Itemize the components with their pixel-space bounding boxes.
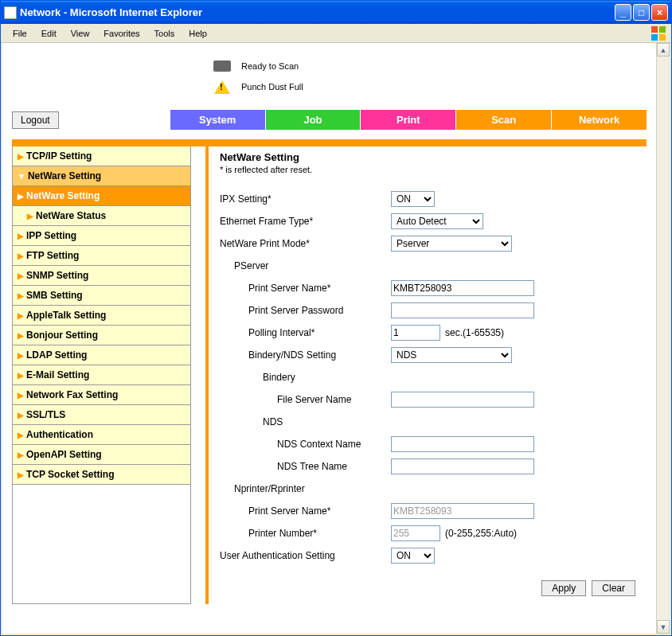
scanner-icon — [211, 57, 233, 75]
arrow-icon: ▶ — [18, 470, 24, 479]
scroll-thumb[interactable] — [657, 57, 670, 620]
arrow-icon: ▶ — [18, 391, 24, 400]
mode-label: NetWare Print Mode* — [220, 238, 391, 249]
sidebar-item-label: NetWare Status — [36, 210, 106, 221]
poll-label: Polling Interval* — [220, 327, 391, 338]
arrow-icon: ▶ — [27, 212, 33, 220]
arrow-icon: ▶ — [18, 371, 24, 380]
ie-icon — [4, 6, 17, 19]
poll-suffix: sec.(1-65535) — [445, 327, 504, 338]
sidebar-item-ssltls[interactable]: ▶SSL/TLS — [13, 405, 190, 425]
sidebar-item-appletalk[interactable]: ▶AppleTalk Setting — [13, 306, 190, 326]
status-punch: Punch Dust Full — [241, 82, 303, 92]
titlebar[interactable]: Network - Microsoft Internet Explorer _ … — [1, 1, 671, 24]
menu-help[interactable]: Help — [182, 27, 214, 40]
content-area: ▲ ▼ Ready to Scan Punch Dust Full Logout — [1, 43, 671, 635]
window: Network - Microsoft Internet Explorer _ … — [0, 0, 672, 636]
sidebar-item-label: FTP Setting — [26, 250, 79, 261]
reset-note: * is reflected after reset. — [220, 165, 640, 174]
arrow-down-icon: ▼ — [18, 172, 25, 181]
bindnds-label: Bindery/NDS Setting — [220, 349, 391, 361]
svg-rect-2 — [651, 34, 658, 41]
tab-network[interactable]: Network — [552, 110, 647, 130]
sidebar-item-label: AppleTalk Setting — [26, 310, 106, 321]
sidebar-item-networkfax[interactable]: ▶Network Fax Setting — [13, 385, 190, 405]
sidebar-item-label: Authentication — [26, 429, 93, 440]
sidebar-item-tcpip[interactable]: ▶TCP/IP Setting — [13, 146, 190, 166]
ndsctx-input[interactable] — [391, 436, 534, 452]
ipx-select[interactable]: ON — [391, 191, 435, 207]
menu-favorites[interactable]: Favorites — [96, 27, 147, 40]
sidebar-item-bonjour[interactable]: ▶Bonjour Setting — [13, 326, 190, 345]
sidebar-item-authentication[interactable]: ▶Authentication — [13, 425, 190, 445]
arrow-icon: ▶ — [18, 331, 24, 340]
uauth-label: User Authentication Setting — [220, 550, 391, 561]
arrow-icon: ▶ — [18, 311, 24, 320]
pspw-input[interactable] — [391, 302, 534, 318]
bindnds-select[interactable]: NDS — [391, 347, 512, 363]
sidebar-item-label: TCP/IP Setting — [26, 150, 92, 162]
sidebar-item-email[interactable]: ▶E-Mail Setting — [13, 365, 190, 385]
sidebar-item-label: SSL/TLS — [26, 409, 65, 420]
clear-button[interactable]: Clear — [592, 580, 635, 596]
mode-select[interactable]: Pserver — [391, 236, 512, 252]
sidebar-item-ldap[interactable]: ▶LDAP Setting — [13, 345, 190, 365]
sidebar-item-label: LDAP Setting — [26, 349, 87, 361]
svg-rect-0 — [651, 26, 658, 33]
status-ready: Ready to Scan — [241, 61, 299, 71]
sidebar-item-netware-parent[interactable]: ▼NetWare Setting — [13, 166, 190, 186]
sidebar-item-label: SNMP Setting — [26, 270, 88, 281]
frame-select[interactable]: Auto Detect — [391, 213, 483, 229]
nds-heading: NDS — [220, 416, 391, 427]
psname-label: Print Server Name* — [220, 283, 391, 294]
logout-button[interactable]: Logout — [12, 111, 59, 129]
sidebar-item-netware-setting[interactable]: ▶NetWare Setting — [13, 186, 190, 206]
sidebar-item-ftp[interactable]: ▶FTP Setting — [13, 246, 190, 266]
sidebar-item-openapi[interactable]: ▶OpenAPI Setting — [13, 445, 190, 465]
menu-tools[interactable]: Tools — [147, 27, 182, 40]
tab-print[interactable]: Print — [361, 110, 456, 130]
scroll-down-icon[interactable]: ▼ — [657, 620, 670, 634]
apply-button[interactable]: Apply — [541, 580, 586, 596]
arrow-icon: ▶ — [18, 252, 24, 260]
arrow-icon: ▶ — [18, 152, 24, 161]
sidebar-item-tcpsocket[interactable]: ▶TCP Socket Setting — [13, 465, 190, 485]
arrow-icon: ▶ — [18, 271, 24, 280]
sidebar-item-label: TCP Socket Setting — [26, 469, 114, 480]
bindery-heading: Bindery — [220, 372, 391, 383]
windows-flag-icon — [651, 25, 666, 41]
sidebar: ▶TCP/IP Setting ▼NetWare Setting ▶NetWar… — [12, 146, 191, 604]
sidebar-item-snmp[interactable]: ▶SNMP Setting — [13, 266, 190, 286]
np-num-suffix: (0-255,255:Auto) — [445, 528, 517, 539]
warning-icon — [211, 78, 233, 96]
sidebar-item-label: IPP Setting — [26, 230, 76, 241]
fsname-input[interactable] — [391, 392, 534, 408]
device-status: Ready to Scan Punch Dust Full — [211, 56, 647, 97]
uauth-select[interactable]: ON — [391, 548, 435, 564]
menu-view[interactable]: View — [64, 27, 97, 40]
sidebar-item-label: SMB Setting — [26, 290, 83, 301]
ndstree-input[interactable] — [391, 458, 534, 474]
tab-job[interactable]: Job — [266, 110, 361, 130]
nprinter-heading: Nprinter/Rprinter — [220, 483, 391, 494]
tab-system[interactable]: System — [170, 110, 266, 130]
psname-input[interactable] — [391, 280, 534, 296]
minimize-button[interactable]: _ — [615, 4, 631, 21]
arrow-icon: ▶ — [18, 431, 24, 439]
menu-edit[interactable]: Edit — [34, 27, 64, 40]
menu-file[interactable]: File — [6, 27, 34, 40]
sidebar-item-ipp[interactable]: ▶IPP Setting — [13, 226, 190, 246]
close-button[interactable]: × — [651, 4, 668, 21]
scroll-up-icon[interactable]: ▲ — [657, 43, 670, 57]
svg-rect-3 — [659, 34, 666, 41]
sidebar-item-label: NetWare Setting — [28, 170, 101, 181]
sidebar-item-smb[interactable]: ▶SMB Setting — [13, 286, 190, 306]
maximize-button[interactable]: □ — [633, 4, 650, 21]
fsname-label: File Server Name — [220, 394, 391, 405]
scrollbar[interactable]: ▲ ▼ — [656, 43, 670, 634]
tab-scan[interactable]: Scan — [456, 110, 552, 130]
window-title: Network - Microsoft Internet Explorer — [20, 6, 615, 18]
arrow-icon: ▶ — [18, 232, 24, 240]
poll-input[interactable] — [391, 325, 440, 341]
sidebar-item-netware-status[interactable]: ▶NetWare Status — [13, 206, 190, 226]
